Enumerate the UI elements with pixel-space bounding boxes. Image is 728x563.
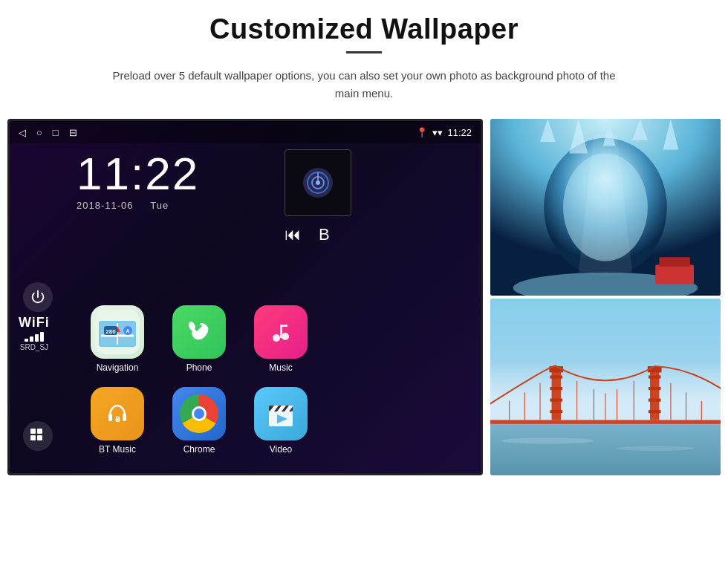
- screenshot-nav-icon[interactable]: ⊟: [69, 127, 77, 138]
- svg-rect-60: [649, 410, 661, 413]
- media-widget[interactable]: [285, 149, 351, 216]
- wifi-widget: WiFi SRD_SJ: [19, 315, 50, 351]
- prev-track-icon[interactable]: ⏮: [285, 225, 301, 244]
- app-item-music[interactable]: Music: [240, 298, 322, 380]
- wifi-ssid: SRD_SJ: [19, 343, 50, 351]
- title-underline: [346, 51, 382, 53]
- wifi-label: WiFi: [19, 315, 50, 331]
- svg-rect-53: [550, 399, 562, 402]
- back-nav-icon[interactable]: ◁: [19, 127, 26, 138]
- svg-rect-42: [659, 257, 689, 266]
- svg-point-18: [282, 333, 289, 340]
- svg-text:Ƀ: Ƀ: [115, 415, 120, 423]
- music-icon: [254, 305, 308, 359]
- wifi-bar-4: [40, 332, 44, 342]
- android-screen: ◁ ○ □ ⊟ 📍 ▾▾ 11:22 1: [7, 119, 483, 475]
- svg-rect-52: [550, 387, 562, 390]
- status-bar: ◁ ○ □ ⊟ 📍 ▾▾ 11:22: [10, 121, 481, 143]
- svg-rect-57: [649, 375, 661, 378]
- svg-rect-20: [280, 325, 287, 327]
- svg-rect-7: [37, 435, 42, 440]
- svg-text:A: A: [126, 328, 129, 333]
- bt-music-icon: Ƀ: [91, 387, 144, 440]
- phone-icon: [172, 305, 226, 359]
- svg-point-46: [501, 437, 594, 443]
- navigation-label: Navigation: [97, 362, 139, 373]
- phone-label: Phone: [186, 362, 212, 373]
- antenna-icon: [303, 168, 333, 198]
- media-controls: ⏮ B: [285, 225, 330, 244]
- wallpaper-previews: [490, 119, 721, 475]
- video-icon: [254, 387, 308, 440]
- svg-rect-5: [37, 429, 42, 434]
- app-item-phone[interactable]: Phone: [158, 298, 240, 380]
- wifi-status-icon: ▾▾: [432, 127, 443, 138]
- wifi-bar-1: [25, 339, 28, 342]
- app-item-video[interactable]: Video: [240, 380, 322, 461]
- page-subtitle: Preload over 5 default wallpaper options…: [104, 67, 624, 102]
- app-grid: 280 A Navigation Phon: [77, 298, 322, 461]
- chrome-center: [192, 406, 207, 421]
- svg-point-17: [273, 334, 280, 342]
- svg-rect-48: [490, 420, 721, 423]
- clock-area: 11:22 2018-11-06 Tue: [77, 151, 199, 211]
- music-label: Music: [269, 362, 292, 373]
- content-area: ◁ ○ □ ⊟ 📍 ▾▾ 11:22 1: [7, 119, 721, 475]
- power-button[interactable]: [23, 282, 53, 312]
- chrome-label: Chrome: [183, 444, 215, 455]
- status-bar-left: ◁ ○ □ ⊟: [19, 127, 77, 138]
- wallpaper-bottom: [490, 299, 721, 475]
- svg-rect-59: [649, 399, 661, 402]
- svg-rect-54: [550, 410, 562, 413]
- video-label: Video: [270, 444, 292, 455]
- navigation-icon: 280 A: [91, 305, 144, 359]
- svg-point-47: [617, 446, 694, 451]
- svg-rect-51: [550, 375, 562, 378]
- bt-music-label: BT Music: [99, 444, 136, 455]
- wifi-bar-2: [30, 336, 33, 342]
- home-nav-icon[interactable]: ○: [36, 127, 42, 138]
- clock-time: 11:22: [77, 151, 199, 197]
- clock-date: 2018-11-06 Tue: [77, 200, 199, 211]
- svg-rect-4: [30, 429, 36, 434]
- bluetooth-media-icon: B: [319, 225, 330, 244]
- apps-grid-button[interactable]: [23, 421, 53, 451]
- svg-rect-21: [108, 414, 112, 421]
- wallpaper-top: [490, 119, 721, 296]
- ice-cave: [490, 119, 721, 296]
- svg-rect-58: [649, 387, 661, 390]
- wifi-bar-3: [35, 334, 39, 342]
- status-time: 11:22: [447, 127, 472, 138]
- page-title: Customized Wallpaper: [209, 13, 519, 45]
- status-bar-right: 📍 ▾▾ 11:22: [416, 127, 472, 138]
- svg-rect-41: [655, 265, 694, 284]
- chrome-icon: [172, 387, 226, 440]
- app-item-chrome[interactable]: Chrome: [158, 380, 240, 461]
- app-item-bt-music[interactable]: Ƀ BT Music: [77, 380, 158, 461]
- wifi-bars: [19, 332, 50, 342]
- svg-text:280: 280: [105, 328, 116, 335]
- svg-rect-6: [30, 435, 36, 440]
- svg-rect-22: [123, 414, 126, 421]
- recents-nav-icon[interactable]: □: [53, 127, 59, 138]
- location-icon: 📍: [416, 127, 428, 138]
- app-item-navigation[interactable]: 280 A Navigation: [77, 298, 158, 380]
- page-wrapper: Customized Wallpaper Preload over 5 defa…: [0, 0, 728, 563]
